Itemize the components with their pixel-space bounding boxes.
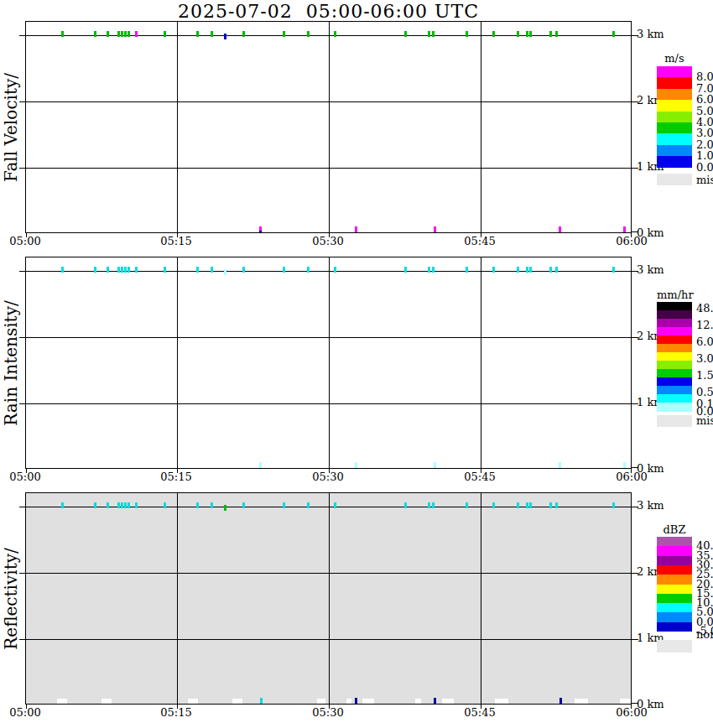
colorbar-band — [657, 302, 692, 311]
data-mark-3km — [334, 31, 336, 37]
data-mark-3km — [549, 31, 552, 37]
axis-tick-left — [19, 639, 26, 640]
time-axis-fall-velocity: 05:00 05:15 05:30 05:45 06:00 — [25, 235, 632, 248]
colorbar-tick-label: 6.0 — [696, 336, 713, 347]
axis-tick-left — [19, 168, 26, 169]
colorbar-band — [657, 133, 692, 145]
data-mark-3km — [404, 267, 407, 273]
data-mark-3km — [283, 267, 285, 273]
missing-data-patch — [495, 699, 508, 704]
data-mark-3km — [404, 31, 407, 37]
data-mark-3km — [164, 31, 166, 37]
data-mark-3km — [196, 502, 199, 508]
data-mark-3km — [135, 502, 138, 508]
data-mark-3km — [517, 31, 519, 37]
data-mark-3km — [283, 31, 285, 37]
data-mark-3km — [529, 502, 532, 508]
colorbar-missing-swatch — [657, 640, 692, 653]
data-mark-3km — [307, 31, 310, 37]
data-mark-3km — [517, 502, 519, 508]
data-mark-3km — [117, 502, 120, 508]
colorbar-tick-label: 0.5 — [696, 387, 713, 398]
missing-data-patch — [101, 699, 112, 704]
data-mark-3km — [128, 267, 130, 273]
data-mark-3km — [612, 267, 615, 273]
data-mark-3km — [492, 31, 495, 37]
colorbar-band — [657, 377, 692, 387]
data-mark-3km — [428, 267, 430, 273]
data-mark-surface — [434, 226, 436, 232]
colorbar-tick-label: 3.0 — [696, 127, 713, 138]
axis-tick-left — [19, 101, 26, 102]
figure-title: 2025-07-02 05:00-06:00 UTC — [25, 1, 632, 22]
colorbar-missing-label: miss — [696, 415, 713, 426]
time-axis-reflectivity: 05:00 05:15 05:30 05:45 06:00 — [25, 706, 632, 720]
gridline-vertical — [481, 22, 481, 232]
colorbar-band — [657, 546, 692, 556]
data-mark-3km — [404, 502, 407, 508]
missing-data-patch — [620, 699, 631, 704]
colorbar-band — [657, 310, 692, 320]
colorbar-title: dBZ — [657, 523, 692, 536]
time-tick-label: 05:15 — [160, 235, 191, 247]
data-mark-3km — [466, 502, 468, 508]
colorbar-band — [657, 77, 692, 89]
colorbar-band — [657, 327, 692, 336]
colorbar-missing-label: none — [696, 629, 713, 640]
data-mark-surface — [623, 226, 626, 232]
data-mark-3km — [61, 31, 64, 37]
data-mark-3km — [94, 267, 96, 273]
colorbar-band — [657, 335, 692, 345]
missing-data-patch — [362, 699, 374, 704]
colorbar-missing-label: miss — [696, 174, 713, 185]
y-axis-title-fall-velocity: Fall Velocity/ — [1, 73, 21, 182]
data-mark-3km — [124, 31, 127, 37]
time-tick-label: 05:30 — [312, 235, 343, 247]
colorbar-tick-label: 2.0 — [696, 139, 713, 150]
colorbar-band — [657, 344, 692, 353]
data-mark-3km — [334, 267, 336, 273]
data-mark-surface — [355, 698, 357, 704]
data-mark-3km — [196, 31, 199, 37]
gridline-vertical — [177, 257, 178, 468]
data-mark-3km — [135, 267, 138, 273]
data-mark-surface — [260, 698, 263, 704]
colorbar-band — [657, 66, 692, 78]
height-label-3km: 3 km — [637, 29, 664, 40]
axis-tick-left — [19, 271, 26, 272]
missing-data-patch — [317, 699, 325, 704]
axis-tick-left — [19, 35, 26, 36]
data-mark-3km — [492, 502, 495, 508]
gridline-vertical — [177, 22, 178, 232]
colorbar-tick-label: 0.0 — [696, 162, 713, 173]
data-mark-3km — [124, 267, 127, 273]
data-mark-surface — [355, 226, 357, 232]
colorbar-tick-label: 1.0 — [696, 150, 713, 161]
time-tick-label: 05:15 — [160, 471, 191, 483]
colorbar-fall-velocity: m/s8.07.06.05.04.03.02.01.00.0miss — [657, 52, 713, 262]
time-tick-label: 05:00 — [9, 706, 40, 719]
time-tick-label: 05:45 — [464, 706, 495, 719]
missing-data-patch — [415, 699, 421, 704]
colorbar-rain-intensity: mm/hr48.012.06.03.01.50.50.10.0miss — [657, 289, 713, 498]
colorbar-band — [657, 622, 692, 632]
time-tick-label: 05:15 — [160, 706, 191, 719]
data-mark-3km — [128, 31, 130, 37]
colorbar-tick-label: 48.0 — [696, 303, 713, 314]
colorbar-tick-label: 6.0 — [696, 94, 713, 105]
data-mark-surface — [559, 698, 562, 704]
data-mark-3km — [117, 267, 120, 273]
data-mark-3km — [61, 267, 64, 273]
data-mark-3km — [121, 31, 123, 37]
panel-reflectivity: Reflectivity/ 3 km 2 km 1 km 0 km 05:00 … — [0, 492, 713, 723]
height-label-3km: 3 km — [637, 500, 664, 512]
data-mark-surface — [559, 226, 561, 232]
missing-data-patch — [442, 699, 454, 704]
colorbar-missing-swatch — [657, 415, 692, 427]
data-mark-3km — [428, 502, 430, 508]
y-axis-title-reflectivity: Reflectivity/ — [1, 548, 21, 649]
data-mark-3km — [135, 31, 138, 37]
colorbar-band — [657, 361, 692, 370]
colorbar-tick-label: 1.5 — [696, 370, 713, 381]
data-mark-3km — [242, 267, 245, 273]
